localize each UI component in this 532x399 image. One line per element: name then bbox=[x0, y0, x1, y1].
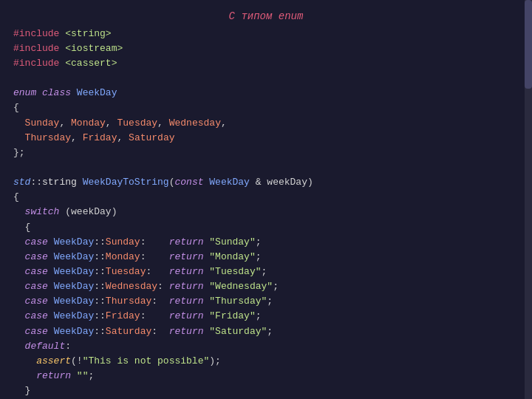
code-line: }; bbox=[13, 146, 519, 160]
code-line: default: bbox=[13, 339, 519, 354]
code-line: case WeekDay::Sunday: return "Sunday"; bbox=[13, 235, 519, 250]
code-line: #include <string> bbox=[13, 27, 519, 41]
scrollbar[interactable] bbox=[525, 0, 532, 399]
section-title: С типом enum bbox=[13, 9, 519, 25]
code-line: return ""; bbox=[13, 369, 519, 383]
code-line: case WeekDay::Tuesday: return "Tuesday"; bbox=[13, 265, 519, 279]
code-line: case WeekDay::Saturday: return "Saturday… bbox=[13, 324, 519, 339]
code-line: switch (weekDay) bbox=[13, 205, 519, 219]
code-line: case WeekDay::Thursday: return "Thursday… bbox=[13, 294, 519, 309]
code-line: Thursday, Friday, Saturday bbox=[13, 131, 519, 146]
code-line: #include <cassert> bbox=[13, 56, 519, 71]
code-line: { bbox=[13, 220, 519, 235]
code-line: { bbox=[13, 100, 519, 115]
code-line: Sunday, Monday, Tuesday, Wednesday, bbox=[13, 116, 519, 131]
code-line: enum class WeekDay bbox=[13, 86, 519, 100]
code-line: { bbox=[13, 190, 519, 205]
scrollbar-thumb[interactable] bbox=[525, 0, 532, 89]
code-container: С типом enum #include <string> #include … bbox=[0, 0, 532, 399]
code-line: #include <iostream> bbox=[13, 41, 519, 56]
code-line bbox=[13, 160, 519, 175]
code-line: case WeekDay::Wednesday: return "Wednesd… bbox=[13, 279, 519, 294]
code-line: case WeekDay::Monday: return "Monday"; bbox=[13, 250, 519, 265]
code-line: case WeekDay::Friday: return "Friday"; bbox=[13, 309, 519, 324]
code-line: } bbox=[13, 383, 519, 398]
code-line bbox=[13, 71, 519, 86]
code-line: std::string WeekDayToString(const WeekDa… bbox=[13, 175, 519, 190]
code-line: assert(!"This is not possible"); bbox=[13, 354, 519, 369]
